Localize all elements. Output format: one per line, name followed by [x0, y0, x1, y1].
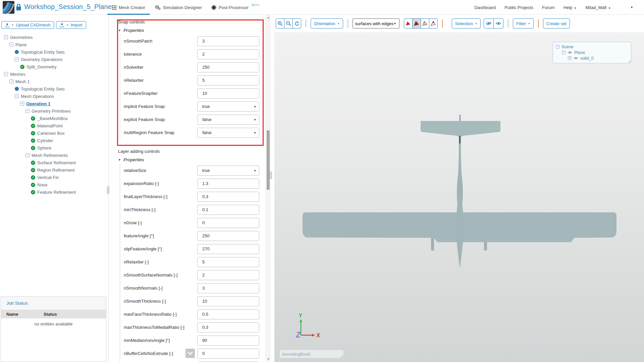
tree-item-split-geometry[interactable]: ✓Split_Geometry: [0, 63, 108, 70]
property-input-nsmooththickness[interactable]: 10: [197, 296, 259, 306]
property-input-nsolveiter[interactable]: 250: [197, 62, 259, 72]
property-select-multiregion-feature-snap[interactable]: false▼: [197, 128, 259, 138]
viewer-splitter-handle[interactable]: [270, 172, 272, 179]
collapse-toggle-icon[interactable]: −: [15, 57, 19, 61]
tree-item-mesh-1[interactable]: −Mesh 1: [0, 78, 108, 85]
property-input-minmedianaxisangle[interactable]: 90: [197, 336, 259, 346]
tree-item-operation-1[interactable]: −Operation 1: [0, 100, 108, 107]
resize-handle[interactable]: [340, 354, 343, 358]
nav-help-menu[interactable]: Help▼: [564, 5, 577, 10]
property-input-nrelaxiter[interactable]: 5: [197, 75, 259, 85]
app-logo-icon[interactable]: [3, 1, 14, 14]
tree-item-cylinder[interactable]: ✓Cylinder: [0, 137, 108, 144]
tab-simulation-designer[interactable]: Simulation Designer: [150, 0, 207, 15]
tree-item-feature-refinement[interactable]: ✓Feature Refinement: [0, 188, 108, 196]
import-button[interactable]: ▼ Import: [56, 21, 86, 29]
tree-item-meshes[interactable]: −Meshes: [0, 70, 108, 78]
render-wireframe-button[interactable]: [421, 18, 429, 28]
collapse-toggle-icon[interactable]: −: [9, 43, 13, 47]
property-input-nsmoothsurfacenormals[interactable]: 2: [197, 270, 259, 280]
hide-selection-button[interactable]: [484, 18, 494, 28]
collapse-header-button[interactable]: ▼: [630, 6, 633, 9]
filter-dropdown[interactable]: Filter▼: [513, 18, 534, 28]
property-input-maxthicknesstomedialratio[interactable]: 0.3: [197, 322, 259, 333]
tree-item-mesh-refinements[interactable]: −Mesh Refinements: [0, 152, 108, 159]
property-input-expansionratio[interactable]: 1.3: [197, 179, 259, 189]
expand-toggle-icon[interactable]: +: [568, 56, 572, 60]
property-input-nrelaxiter[interactable]: 5: [197, 257, 259, 267]
nav-forum[interactable]: Forum: [542, 5, 555, 10]
orientation-dropdown[interactable]: Orientation▼: [311, 18, 343, 28]
render-surfaces-button[interactable]: [404, 18, 413, 28]
zoom-in-button[interactable]: [276, 18, 284, 28]
collapse-toggle-icon[interactable]: −: [20, 102, 24, 106]
scroll-up-arrow[interactable]: ▲: [266, 16, 271, 19]
collapse-toggle-icon[interactable]: −: [9, 79, 13, 83]
tree-item-surface-refinement[interactable]: ✓Surface Refinement: [0, 159, 108, 166]
refresh-view-button[interactable]: [292, 18, 301, 28]
property-input-tolerance[interactable]: 2: [197, 49, 259, 59]
property-input-maxfacethicknessratio[interactable]: 0.5: [197, 309, 259, 319]
zoom-out-button[interactable]: [284, 18, 293, 28]
tab-post-processor[interactable]: Post-ProcessorBETA: [207, 0, 264, 15]
scroll-down-button[interactable]: [185, 349, 195, 358]
tree-item-materialpoint[interactable]: ✓MaterialPoint: [0, 122, 108, 129]
property-input-nbuffercellsnoextrude[interactable]: 0: [197, 349, 259, 359]
collapse-toggle-icon[interactable]: −: [556, 45, 559, 49]
bounding-box-name-input[interactable]: boundingBox6: [279, 350, 344, 358]
create-set-button[interactable]: Create set: [543, 18, 570, 28]
collapse-toggle-icon[interactable]: −: [4, 35, 8, 39]
property-select-explicit-feature-snap[interactable]: false▼: [197, 115, 259, 125]
scene-tree-solid[interactable]: + solid_0: [556, 55, 628, 61]
tree-item-basemeshbox[interactable]: ✓_BaseMeshBox: [0, 115, 108, 122]
property-input-nfeaturesnapiter[interactable]: 10: [197, 88, 259, 99]
upload-cad-button[interactable]: ▼ Upload CAD/mesh: [1, 21, 54, 29]
tree-item-geometry-operations[interactable]: −Geometry Operations: [0, 56, 108, 63]
property-select-implicit-feature-snap[interactable]: true▼: [197, 102, 259, 112]
tree-item-geometry-primitives[interactable]: −Geometry Primitives: [0, 107, 108, 115]
tree-item-topological-entity-sets[interactable]: Topological Entity Sets: [0, 85, 108, 93]
collapse-toggle-icon[interactable]: −: [562, 51, 566, 54]
render-surfaces-edges-button[interactable]: [412, 18, 421, 28]
collapse-toggle-icon[interactable]: −: [15, 94, 19, 98]
tree-item-vertical-fin[interactable]: ✓Vertical Fin: [0, 174, 108, 181]
viewport-3d[interactable]: − Scene − Plane + solid_0 Z: [274, 32, 644, 362]
eye-icon[interactable]: [574, 57, 578, 60]
property-input-nsmoothnormals[interactable]: 3: [197, 283, 259, 293]
property-input-nsmoothpatch[interactable]: 3: [197, 36, 259, 46]
collapse-toggle-icon[interactable]: −: [25, 153, 30, 157]
tab-mesh-creator[interactable]: Mesh Creator: [107, 0, 150, 15]
scene-tree-root[interactable]: − Scene: [556, 44, 628, 50]
property-input-slipfeatureangle[interactable]: 270: [197, 244, 259, 254]
property-select-relativesize[interactable]: true▼: [197, 166, 259, 176]
render-points-button[interactable]: [429, 18, 438, 28]
tree-item-mesh-operations[interactable]: −Mesh Operations: [0, 93, 108, 100]
show-selection-button[interactable]: [493, 18, 503, 28]
nav-dashboard[interactable]: Dashboard: [474, 5, 496, 10]
display-mode-select[interactable]: surfaces with edges ▼: [353, 18, 399, 28]
property-input-ngrow[interactable]: 0: [197, 218, 259, 228]
property-input-minthickness[interactable]: 0.1: [197, 205, 259, 215]
left-splitter-handle[interactable]: [107, 186, 109, 194]
scrollbar-thumb[interactable]: [267, 130, 270, 190]
property-input-finallayerthickness[interactable]: 0.3: [197, 192, 259, 202]
scroll-down-arrow[interactable]: ▼: [266, 358, 271, 361]
aircraft-model[interactable]: [274, 32, 644, 362]
selection-dropdown[interactable]: Selection▼: [452, 18, 481, 28]
tree-item-region-refinement[interactable]: ✓Region Refinement: [0, 166, 108, 174]
scene-tree-plane[interactable]: − Plane: [556, 50, 628, 55]
tree-item-cartesian-box[interactable]: ✓Cartesian Box: [0, 129, 108, 137]
eye-icon[interactable]: [568, 51, 572, 54]
nav-public-projects[interactable]: Public Projects: [504, 5, 533, 10]
collapse-toggle-icon[interactable]: −: [4, 72, 8, 76]
user-menu[interactable]: Milad_Mafi▼: [585, 5, 611, 10]
tree-item-plane[interactable]: −Plane: [0, 41, 108, 48]
tree-item-sphere[interactable]: ✓Sphere: [0, 144, 108, 152]
collapse-toggle-icon[interactable]: −: [25, 109, 30, 113]
tree-item-nose[interactable]: ✓Nose: [0, 181, 108, 188]
tree-item-geometries[interactable]: −Geometries: [0, 34, 108, 41]
properties-group-header[interactable]: ▼Properties: [118, 26, 266, 35]
properties-scrollbar[interactable]: ▲ ▼: [266, 15, 270, 362]
property-input-featureangle[interactable]: 250: [197, 231, 259, 241]
properties-group-header[interactable]: ▼Properties: [118, 156, 266, 164]
